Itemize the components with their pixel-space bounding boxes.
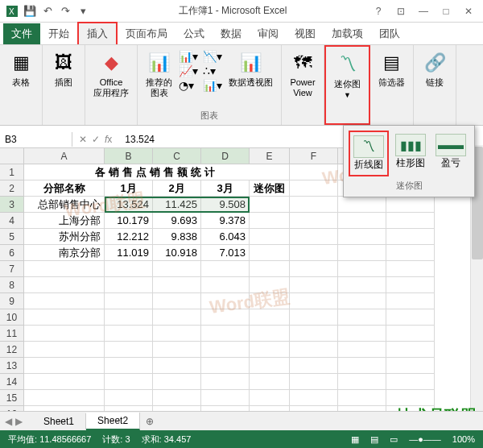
cell[interactable]	[201, 390, 250, 406]
cell[interactable]	[153, 261, 201, 277]
cell[interactable]	[24, 342, 105, 358]
cell[interactable]	[290, 374, 338, 390]
row-header[interactable]: 8	[0, 277, 24, 293]
table-button[interactable]: ▦ 表格	[5, 48, 37, 89]
cell[interactable]	[250, 326, 290, 342]
row-header[interactable]: 10	[0, 309, 24, 326]
tab-review[interactable]: 审阅	[250, 23, 287, 44]
cell[interactable]	[250, 390, 290, 406]
cell[interactable]	[386, 326, 435, 342]
zoom-slider[interactable]: —●——	[409, 434, 441, 444]
cell[interactable]	[290, 180, 338, 197]
cell[interactable]	[153, 374, 201, 390]
cell[interactable]	[105, 358, 153, 374]
row-header[interactable]: 1	[0, 164, 24, 180]
cell[interactable]	[290, 309, 338, 326]
cell[interactable]	[386, 374, 435, 390]
cell[interactable]	[338, 342, 386, 358]
qat-dropdown-icon[interactable]: ▾	[76, 4, 90, 19]
cell[interactable]: 分部名称	[24, 180, 105, 197]
cell[interactable]	[338, 277, 386, 293]
sparkline-line-option[interactable]: 〽 折线图	[349, 131, 389, 176]
cell[interactable]	[250, 309, 290, 326]
cell[interactable]	[153, 358, 201, 374]
cell[interactable]: 11.425	[153, 197, 201, 213]
column-header[interactable]: A	[24, 148, 105, 164]
cell[interactable]	[201, 374, 250, 390]
add-sheet-button[interactable]: ⊕	[140, 416, 159, 427]
tab-view[interactable]: 视图	[287, 23, 324, 44]
cell[interactable]: 2月	[153, 180, 201, 197]
cell[interactable]	[24, 277, 105, 293]
cell[interactable]	[24, 293, 105, 309]
cell[interactable]	[290, 229, 338, 245]
cell[interactable]: 9.508	[201, 197, 250, 213]
cell[interactable]	[201, 326, 250, 342]
enter-formula-icon[interactable]: ✓	[92, 134, 100, 145]
cell[interactable]	[201, 261, 250, 277]
cell[interactable]: 6.043	[201, 229, 250, 245]
pivot-chart-button[interactable]: 📊 数据透视图	[225, 48, 276, 100]
row-header[interactable]: 7	[0, 261, 24, 277]
column-header[interactable]: E	[250, 148, 290, 164]
cell[interactable]: 各销售点销售额统计	[24, 164, 290, 180]
cell[interactable]	[386, 342, 435, 358]
cell[interactable]	[105, 342, 153, 358]
cell[interactable]	[153, 390, 201, 406]
cell[interactable]: 迷你图	[250, 180, 290, 197]
link-button[interactable]: 🔗 链接	[419, 48, 451, 89]
cell[interactable]: 3月	[201, 180, 250, 197]
select-all-corner[interactable]	[0, 148, 24, 164]
cell[interactable]	[153, 326, 201, 342]
sparkline-column-option[interactable]: ▮▮▮ 柱形图	[392, 131, 429, 176]
fx-icon[interactable]: fx	[105, 134, 112, 145]
sheet-nav-prev-icon[interactable]: ◀	[5, 416, 12, 427]
row-header[interactable]: 14	[0, 374, 24, 390]
cell[interactable]	[290, 261, 338, 277]
column-header[interactable]: C	[153, 148, 201, 164]
cell[interactable]	[153, 277, 201, 293]
recommended-charts-button[interactable]: 📊 推荐的 图表	[142, 48, 175, 100]
minimize-icon[interactable]: —	[415, 3, 431, 19]
cell[interactable]	[105, 309, 153, 326]
cell[interactable]: 南京分部	[24, 245, 105, 261]
cell[interactable]: 9.378	[201, 213, 250, 229]
cell[interactable]	[105, 374, 153, 390]
illustration-button[interactable]: 🖼 插图	[47, 48, 80, 89]
cell[interactable]	[386, 358, 435, 374]
cell[interactable]	[338, 390, 386, 406]
cell[interactable]	[290, 277, 338, 293]
cell[interactable]	[24, 358, 105, 374]
cell[interactable]	[290, 164, 338, 180]
cell[interactable]: 10.179	[105, 213, 153, 229]
sheet-nav-next-icon[interactable]: ▶	[15, 416, 23, 427]
view-break-icon[interactable]: ▭	[390, 434, 398, 445]
cell[interactable]	[250, 197, 290, 213]
cell[interactable]: 9.838	[153, 229, 201, 245]
cell[interactable]	[386, 213, 435, 229]
chart-pie-icon[interactable]: ◔▾	[179, 79, 198, 92]
cell[interactable]	[338, 374, 386, 390]
row-header[interactable]: 15	[0, 390, 24, 406]
cell[interactable]	[250, 261, 290, 277]
cell[interactable]	[386, 309, 435, 326]
cell[interactable]	[105, 326, 153, 342]
tab-insert[interactable]: 插入	[77, 22, 118, 44]
ribbon-options-icon[interactable]: ⊡	[393, 3, 409, 19]
cell[interactable]	[250, 342, 290, 358]
cell[interactable]	[338, 358, 386, 374]
cell[interactable]	[24, 326, 105, 342]
cell[interactable]	[386, 245, 435, 261]
tab-file[interactable]: 文件	[3, 23, 40, 44]
chart-line-icon[interactable]: 📈▾	[179, 64, 198, 77]
power-view-button[interactable]: 🗺 Power View	[287, 48, 319, 100]
cell[interactable]	[201, 293, 250, 309]
cell[interactable]	[338, 293, 386, 309]
maximize-icon[interactable]: □	[438, 3, 454, 19]
cell[interactable]: 上海分部	[24, 213, 105, 229]
cell[interactable]	[24, 309, 105, 326]
chart-area-icon[interactable]: 📉▾	[203, 50, 222, 63]
tab-home[interactable]: 开始	[40, 23, 77, 44]
cell[interactable]	[250, 374, 290, 390]
chart-other-icon[interactable]: 📊▾	[203, 79, 222, 92]
